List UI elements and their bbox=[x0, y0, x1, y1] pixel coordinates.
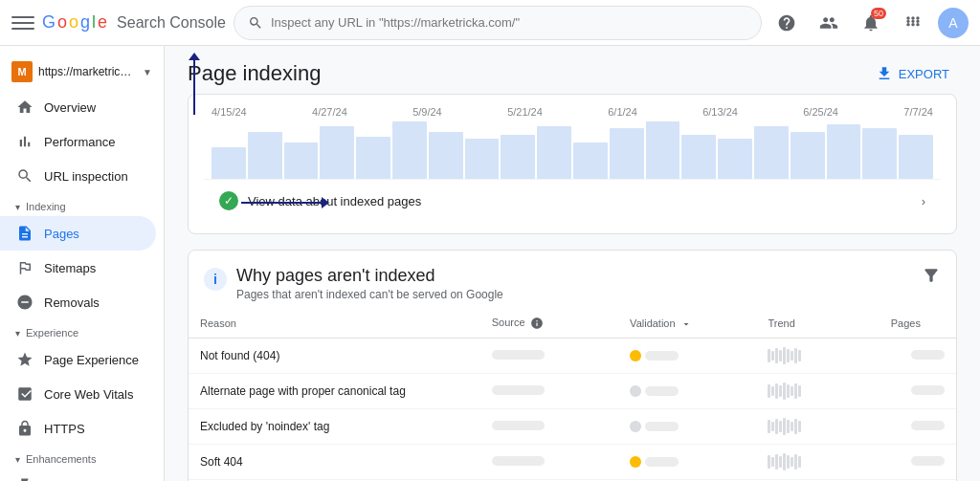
chart-bar bbox=[248, 132, 282, 180]
enhancements-section-label: ▾ Enhancements bbox=[0, 446, 164, 469]
export-button[interactable]: EXPORT bbox=[860, 57, 965, 90]
sitemaps-label: Sitemaps bbox=[44, 261, 96, 275]
chart-date-6: 6/13/24 bbox=[702, 106, 738, 118]
green-check-icon: ✓ bbox=[219, 191, 238, 210]
body-layout: M https://marketricka... ▼ Overview Perf… bbox=[0, 46, 980, 481]
notifications-button[interactable]: 50 bbox=[854, 6, 888, 40]
chart-bar bbox=[862, 128, 897, 179]
info-icon: i bbox=[204, 268, 227, 291]
pages-cell bbox=[880, 445, 956, 480]
chart-bar bbox=[754, 126, 789, 179]
chart-bar bbox=[899, 135, 933, 179]
why-title-block: Why pages aren't indexed Pages that aren… bbox=[236, 266, 503, 301]
main-content: Page indexing EXPORT 4/15/24 4/27/24 5/9… bbox=[165, 46, 980, 481]
chart-bar bbox=[681, 135, 716, 179]
site-name: https://marketricka... bbox=[38, 65, 137, 78]
validation-cell bbox=[618, 339, 756, 374]
site-selector[interactable]: M https://marketricka... ▼ bbox=[0, 54, 164, 90]
site-icon: M bbox=[11, 61, 33, 82]
chart-dates: 4/15/24 4/27/24 5/9/24 5/21/24 6/1/24 6/… bbox=[204, 106, 941, 121]
col-validation-header: Validation bbox=[618, 309, 756, 339]
chart-date-1: 4/15/24 bbox=[212, 106, 247, 118]
help-button[interactable] bbox=[769, 6, 804, 40]
table-row[interactable]: Alternate page with proper canonical tag bbox=[189, 374, 956, 409]
col-source-header: Source bbox=[480, 309, 618, 339]
sidebar-item-https[interactable]: HTTPS bbox=[0, 411, 156, 446]
chart-bars bbox=[204, 121, 941, 179]
filter-icon[interactable] bbox=[922, 266, 941, 290]
url-inspection-label: URL inspection bbox=[44, 169, 128, 184]
source-cell bbox=[480, 339, 618, 374]
pages-label: Pages bbox=[44, 227, 79, 241]
performance-icon bbox=[15, 132, 34, 151]
chart-bar bbox=[465, 139, 500, 179]
sidebar-item-amp[interactable]: AMP bbox=[0, 469, 156, 481]
indexed-pages-row[interactable]: ✓ View data about indexed pages › bbox=[204, 179, 941, 222]
trend-cell bbox=[756, 339, 879, 374]
trend-cell bbox=[756, 445, 879, 480]
sidebar-item-page-experience[interactable]: Page Experience bbox=[0, 342, 156, 377]
chart-bar bbox=[537, 126, 571, 179]
chart-bar bbox=[429, 132, 463, 180]
page-title: Page indexing bbox=[188, 61, 957, 86]
chart-bar bbox=[284, 142, 319, 180]
table-row[interactable]: Excluded by 'noindex' tag bbox=[189, 409, 956, 445]
search-input[interactable] bbox=[271, 15, 747, 30]
sidebar-item-removals[interactable]: Removals bbox=[0, 285, 156, 319]
sidebar-item-overview[interactable]: Overview bbox=[0, 90, 156, 124]
trend-cell bbox=[756, 409, 879, 445]
removals-icon bbox=[15, 293, 34, 312]
pages-icon bbox=[15, 224, 34, 243]
user-avatar[interactable]: A bbox=[938, 8, 969, 38]
sidebar-item-url-inspection[interactable]: URL inspection bbox=[0, 159, 156, 193]
chart-bar bbox=[610, 128, 644, 179]
nav-icons: 50 A bbox=[769, 6, 969, 40]
chart-bar bbox=[827, 124, 861, 179]
chart-date-7: 6/25/24 bbox=[803, 106, 838, 118]
chart-card: 4/15/24 4/27/24 5/9/24 5/21/24 6/1/24 6/… bbox=[188, 94, 957, 234]
indexing-section-label: ▾ Indexing bbox=[0, 193, 164, 216]
chart-date-3: 5/9/24 bbox=[412, 106, 442, 118]
reason-cell: Not found (404) bbox=[189, 339, 480, 374]
lock-icon bbox=[15, 419, 34, 438]
hamburger-menu[interactable] bbox=[11, 11, 34, 34]
https-label: HTTPS bbox=[44, 422, 85, 436]
apps-button[interactable] bbox=[896, 6, 930, 40]
arrow-right-decoration bbox=[241, 202, 323, 204]
pages-cell bbox=[880, 339, 956, 374]
url-inspect-icon bbox=[15, 166, 34, 186]
sidebar-item-performance[interactable]: Performance bbox=[0, 124, 156, 159]
why-title: Why pages aren't indexed bbox=[236, 266, 503, 286]
chart-date-2: 4/27/24 bbox=[312, 106, 347, 118]
google-logo: Google bbox=[42, 12, 107, 33]
reason-cell: Alternate page with proper canonical tag bbox=[189, 374, 480, 409]
search-icon bbox=[248, 15, 263, 31]
manage-users-button[interactable] bbox=[812, 6, 846, 40]
pages-cell bbox=[880, 409, 956, 445]
trend-cell bbox=[756, 374, 879, 409]
indexed-pages-text: View data about indexed pages bbox=[248, 194, 421, 208]
removals-label: Removals bbox=[44, 295, 100, 310]
sidebar-item-sitemaps[interactable]: Sitemaps bbox=[0, 251, 156, 285]
sidebar: M https://marketricka... ▼ Overview Perf… bbox=[0, 46, 165, 481]
col-pages-header: Pages bbox=[880, 309, 956, 339]
chart-bar bbox=[573, 142, 608, 180]
notification-count: 50 bbox=[871, 8, 886, 19]
indexed-row-left: ✓ View data about indexed pages bbox=[219, 191, 421, 210]
source-cell bbox=[480, 409, 618, 445]
site-dropdown-icon: ▼ bbox=[143, 67, 152, 77]
page-experience-label: Page Experience bbox=[44, 353, 139, 367]
overview-label: Overview bbox=[44, 100, 96, 115]
sidebar-item-pages[interactable]: Pages bbox=[0, 216, 156, 251]
core-web-vitals-icon bbox=[15, 384, 34, 404]
validation-cell bbox=[618, 374, 756, 409]
source-cell bbox=[480, 374, 618, 409]
sidebar-item-core-web-vitals[interactable]: Core Web Vitals bbox=[0, 377, 156, 411]
arrow-up-decoration bbox=[193, 59, 195, 115]
indexed-row-chevron: › bbox=[922, 194, 925, 208]
table-row[interactable]: Not found (404) bbox=[189, 339, 956, 374]
app-title: Search Console bbox=[117, 14, 226, 32]
table-row[interactable]: Soft 404 bbox=[189, 445, 956, 480]
chart-bar bbox=[791, 132, 825, 180]
chart-bar bbox=[646, 121, 680, 180]
